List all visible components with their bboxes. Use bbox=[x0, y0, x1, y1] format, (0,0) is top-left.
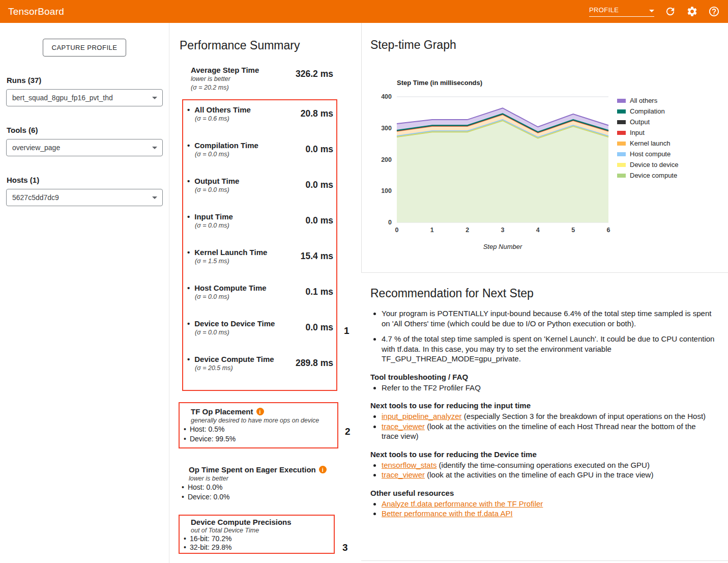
legend-swatch-icon bbox=[617, 131, 626, 135]
settings-gear-icon[interactable] bbox=[686, 6, 698, 17]
capture-profile-button[interactable]: CAPTURE PROFILE bbox=[43, 39, 127, 57]
performance-summary-panel: Performance Summary Average Step Time lo… bbox=[169, 23, 361, 563]
annotation-box-3: Device Compute Precisions out of Total D… bbox=[179, 515, 335, 554]
header-actions: PROFILE bbox=[589, 6, 720, 17]
metric-note: lower is better bbox=[191, 75, 259, 83]
resources-list: Analyze tf.data performance with the TF … bbox=[370, 499, 715, 519]
right-panel: Step-time Graph Step Time (in millisecon… bbox=[361, 23, 728, 563]
runs-select[interactable]: bert_squad_8gpu_fp16_pvt_thd bbox=[6, 89, 163, 106]
tf-op-placement-title: TF Op Placement bbox=[191, 407, 253, 416]
eager-title: Op Time Spent on Eager Execution bbox=[189, 465, 316, 474]
input-pipeline-analyzer-link[interactable]: input_pipeline_analyzer bbox=[382, 412, 462, 420]
legend-item: Input bbox=[617, 129, 678, 136]
legend-label: Input bbox=[630, 129, 645, 136]
legend-item: Host compute bbox=[617, 151, 678, 157]
legend-label: Device to device bbox=[630, 161, 678, 168]
device-tools-heading: Next tools to use for reducing the Devic… bbox=[370, 450, 715, 459]
tool-item-text: (identify the time-consuming operations … bbox=[436, 461, 650, 469]
trace-viewer-link[interactable]: trace_viewer bbox=[382, 422, 425, 431]
legend-label: Compilation bbox=[630, 108, 665, 115]
metric-sigma: (σ = 20.5 ms) bbox=[195, 364, 274, 373]
chevron-down-icon bbox=[152, 147, 157, 149]
tensorflow-stats-link[interactable]: tensorflow_stats bbox=[382, 461, 436, 469]
resource-item: Analyze tf.data performance with the TF … bbox=[382, 499, 715, 509]
metric-value: 0.0 ms bbox=[306, 180, 333, 212]
callout-number-2: 2 bbox=[345, 426, 351, 437]
reload-icon[interactable] bbox=[664, 6, 676, 17]
tool-item: trace_viewer (look at the activities on … bbox=[382, 421, 715, 441]
svg-text:2: 2 bbox=[465, 227, 469, 234]
help-icon[interactable] bbox=[708, 6, 720, 17]
recommendation-title: Recommendation for Next Step bbox=[370, 287, 715, 300]
legend-label: Host compute bbox=[630, 151, 671, 157]
annotation-box-2: TF Op Placement i generally desired to h… bbox=[179, 402, 338, 448]
metric-value: 0.0 ms bbox=[306, 215, 333, 247]
bottom-divider bbox=[361, 560, 728, 561]
dashboard-select-value: PROFILE bbox=[589, 6, 619, 14]
callout-number-1: 1 bbox=[344, 325, 350, 336]
app-title: TensorBoard bbox=[8, 6, 64, 17]
recommendation-bullet: 4.7 % of the total step time sampled is … bbox=[382, 334, 715, 364]
vertical-divider bbox=[361, 23, 362, 272]
metric-sigma: (σ = 0.0 ms) bbox=[195, 293, 267, 301]
legend-item: Device to device bbox=[617, 161, 678, 168]
metric-sigma: (σ = 0.0 ms) bbox=[195, 150, 258, 159]
legend-swatch-icon bbox=[617, 174, 626, 178]
metric-sigma: (σ = 0.0 ms) bbox=[195, 186, 239, 194]
resource-item: Better performance with the tf.data API bbox=[382, 509, 715, 519]
metric-row: Device Compute Time(σ = 20.5 ms) 289.8 m… bbox=[187, 354, 333, 390]
legend-swatch-icon bbox=[617, 163, 626, 167]
performance-summary-title: Performance Summary bbox=[180, 39, 361, 52]
tools-select[interactable]: overview_page bbox=[6, 139, 163, 156]
legend-label: Device compute bbox=[630, 172, 677, 179]
metric-row: Input Time(σ = 0.0 ms) 0.0 ms bbox=[187, 212, 333, 247]
legend-swatch-icon bbox=[617, 120, 626, 124]
precisions-32bit: 32-bit: 29.8% bbox=[184, 543, 329, 552]
faq-item: Refer to the TF2 Profiler FAQ bbox=[382, 383, 715, 393]
step-time-graph-title: Step-time Graph bbox=[370, 38, 456, 52]
recommendation-bullets: Your program is POTENTIALLY input-bound … bbox=[370, 308, 715, 364]
legend-item: Output bbox=[617, 119, 678, 125]
tool-item: input_pipeline_analyzer (especially Sect… bbox=[382, 411, 715, 421]
tfdata-performance-link[interactable]: Analyze tf.data performance with the TF … bbox=[382, 499, 543, 508]
info-icon[interactable]: i bbox=[319, 466, 327, 473]
legend-item: Compilation bbox=[617, 108, 678, 115]
metric-row: Device to Device Time(σ = 0.0 ms) 0.0 ms bbox=[187, 319, 333, 354]
metric-row: Kernel Launch Time(σ = 1.5 ms) 15.4 ms bbox=[187, 247, 333, 283]
metric-name: Output Time bbox=[187, 176, 239, 186]
legend-item: Device compute bbox=[617, 172, 678, 179]
metric-name: All Others Time bbox=[187, 105, 251, 115]
tool-item-text: (look at the activities on the timeline … bbox=[425, 470, 653, 479]
metric-value: 0.0 ms bbox=[306, 322, 333, 354]
info-icon[interactable]: i bbox=[256, 408, 264, 415]
chart-title: Step Time (in milliseconds) bbox=[397, 79, 482, 87]
eager-host: Host: 0.0% bbox=[182, 483, 361, 492]
legend-item: All others bbox=[617, 97, 678, 104]
svg-text:0: 0 bbox=[395, 227, 399, 234]
metric-value: 0.0 ms bbox=[306, 144, 333, 176]
tools-select-value: overview_page bbox=[12, 144, 60, 152]
metric-value: 289.8 ms bbox=[296, 358, 333, 390]
chevron-down-icon bbox=[649, 10, 654, 12]
svg-text:3: 3 bbox=[501, 227, 505, 234]
input-tools-list: input_pipeline_analyzer (especially Sect… bbox=[370, 411, 715, 441]
svg-text:5: 5 bbox=[571, 227, 575, 234]
trace-viewer-link[interactable]: trace_viewer bbox=[382, 470, 425, 479]
tfdata-api-link[interactable]: Better performance with the tf.data API bbox=[382, 509, 513, 518]
tf-op-placement-note: generally desired to have more ops on de… bbox=[191, 416, 332, 425]
legend-item: Kernel launch bbox=[617, 140, 678, 147]
hosts-select[interactable]: 5627c5dd7dc9 bbox=[6, 189, 163, 206]
svg-text:1: 1 bbox=[430, 227, 434, 234]
metric-row: All Others Time(σ = 0.6 ms) 20.8 ms bbox=[187, 105, 333, 140]
metric-name: Device Compute Time bbox=[187, 354, 274, 364]
metric-value: 326.2 ms bbox=[296, 69, 333, 92]
metric-name: Device to Device Time bbox=[187, 319, 275, 328]
metric-name: Host Compute Time bbox=[187, 283, 267, 293]
svg-text:300: 300 bbox=[381, 125, 392, 132]
metric-sigma: (σ = 0.0 ms) bbox=[195, 328, 275, 337]
legend-label: Output bbox=[630, 119, 650, 125]
dashboard-select[interactable]: PROFILE bbox=[589, 6, 654, 17]
tensorboard-profile-page: TensorBoard PROFILE CAPTURE PROFILE Runs… bbox=[0, 0, 728, 563]
eager-execution-block: Op Time Spent on Eager Execution i lower… bbox=[182, 465, 361, 501]
chevron-down-icon bbox=[152, 196, 157, 199]
